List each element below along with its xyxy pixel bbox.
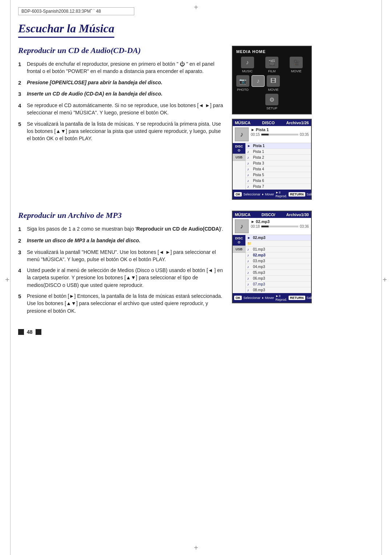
step-2-5: 5 Presione el botón [►] Entonces, la pan… bbox=[18, 292, 223, 315]
music-ui-2-playing: ♪ ► 02.mp3 00:18 03:36 bbox=[233, 218, 311, 235]
music-ui-1-body: DISC O USB ► Pista 1 ♪ Pista 1 bbox=[233, 143, 311, 190]
music-ui-2-footer: OK Seleccionar ♦ Mover ►II Reprod. RETUR… bbox=[233, 293, 311, 303]
usb-tab-1: USB bbox=[233, 154, 245, 161]
disc-tab-2: DISC O bbox=[233, 235, 245, 246]
step-2-2: 2 Inserte un disco de MP3 a la bandeja d… bbox=[18, 237, 223, 245]
music-duration-1: 03:35 bbox=[300, 133, 309, 137]
track-row-5: ♪ Pista 5 bbox=[246, 172, 311, 178]
crosshair-top: + bbox=[192, 4, 200, 11]
track-row-mp3-5: ♪ 05.mp3 bbox=[246, 270, 311, 276]
media-home-row2: 📷 PHOTO ♪ 🎞 MOVIE bbox=[236, 75, 307, 92]
section2: Reproducir un Archivo de MP3 1 Siga los … bbox=[18, 211, 374, 318]
music-ui-box-1: MÚSICA DISCO Archivo1/26 ♪ ► Pista 1 00:… bbox=[232, 119, 312, 200]
media-icon-film: 🎬 FILM bbox=[261, 57, 283, 73]
music-side-tabs-2: DISC O USB bbox=[233, 235, 246, 293]
music-progress-fill-2 bbox=[261, 226, 269, 227]
track-row-mp3-7: ♪ 07.mp3 bbox=[246, 281, 311, 287]
crosshair-right: + bbox=[381, 276, 388, 283]
music-thumb-1: ♪ bbox=[235, 127, 249, 141]
header-bar: BDP-6003-Spanish2008.12.83:3PM˜ ` 48 bbox=[18, 7, 134, 15]
step-2-1: 1 Siga los pasos de 1 a 2 como se muestr… bbox=[18, 225, 223, 233]
music-track-name-2: ► 02.mp3 bbox=[251, 219, 309, 224]
track-row-mp3-8: ♪ 08.mp3 bbox=[246, 287, 311, 293]
music-ui-1-header: MÚSICA DISCO Archivo1/26 bbox=[233, 119, 311, 126]
music-duration-2: 03:36 bbox=[300, 224, 309, 228]
section1-text: Reproducir un CD de Audio(CD-DA) 1 Despu… bbox=[18, 46, 223, 200]
page-title: Escuchar la Música bbox=[18, 22, 114, 38]
media-home-box: MEDIA HOME ♪ MUSIC 🎬 FILM 🎥 M bbox=[232, 46, 312, 114]
step-1-2: 2 Presione [OPEN/CLOSE] para abrir la ba… bbox=[18, 79, 223, 87]
step-1-5: 5 Se visualizará la pantalla de la lista… bbox=[18, 120, 223, 142]
step-1-3: 3 Inserte un CD de Audio (CD-DA) en la b… bbox=[18, 90, 223, 98]
section2-title: Reproducir un Archivo de MP3 bbox=[18, 211, 223, 220]
track-row-folder: 📁 bbox=[246, 241, 311, 247]
return-btn-1: RETURN bbox=[289, 192, 305, 197]
crosshair-bottom: + bbox=[192, 544, 200, 551]
section2-steps: 1 Siga los pasos de 1 a 2 como se muestr… bbox=[18, 225, 223, 315]
music-ui-1-footer: OK Seleccionar ♦ Mover ►II Reprod. RETUR… bbox=[233, 190, 311, 199]
disc-tab-1: DISC O bbox=[233, 143, 245, 154]
section2-images: MÚSICA DISCO/ Archivo1/30 ♪ ► 02.mp3 00:… bbox=[232, 211, 374, 318]
movie2-icon: 🎞 bbox=[267, 75, 280, 87]
media-home-title: MEDIA HOME bbox=[236, 49, 307, 54]
media-icon-movie: 🎥 MOVIE bbox=[285, 57, 307, 73]
track-row-6: ♪ Pista 6 bbox=[246, 178, 311, 184]
track-row-1: ♪ Pista 1 bbox=[246, 149, 311, 155]
music-progress-bar-1 bbox=[261, 134, 298, 135]
track-row-playing-1: ► Pista 1 bbox=[246, 143, 311, 149]
track-row-playing-2: ► 02.mp3 bbox=[246, 235, 311, 241]
media-icon-music: ♪ MUSIC bbox=[236, 57, 258, 73]
step-2-4: 4 Usted puede ir al menú de selección de… bbox=[18, 267, 223, 289]
ok-btn-2: OK bbox=[234, 296, 242, 300]
music-side-tabs-1: DISC O USB bbox=[233, 143, 246, 190]
music-ui-2-header: MÚSICA DISCO/ Archivo1/30 bbox=[233, 211, 311, 218]
return-btn-2: RETURN bbox=[289, 296, 305, 300]
section2-text: Reproducir un Archivo de MP3 1 Siga los … bbox=[18, 211, 223, 318]
music-progress-bar-2 bbox=[261, 226, 298, 227]
music-progress-2: 00:18 03:36 bbox=[251, 224, 309, 228]
track-row-mp3-2: ♪ 02.mp3 bbox=[246, 252, 311, 258]
music-header-left: MÚSICA bbox=[235, 121, 250, 125]
section1-steps: 1 Después de enchufar el reproductor, pr… bbox=[18, 60, 223, 142]
media-home-bottom: ⚙ SETUP bbox=[236, 94, 307, 110]
movie-icon: 🎥 bbox=[290, 57, 303, 68]
music2-header-right: Archivo1/30 bbox=[286, 212, 309, 217]
step-1-4: 4 Se reproduce el CD automáticamente. Si… bbox=[18, 102, 223, 117]
music-ui-box-2: MÚSICA DISCO/ Archivo1/30 ♪ ► 02.mp3 00:… bbox=[232, 211, 312, 303]
page-number-row: 48 bbox=[18, 329, 374, 335]
track-row-mp3-4: ♪ 04.mp3 bbox=[246, 264, 311, 270]
usb-tab-2: USB bbox=[233, 246, 245, 253]
track-row-mp3-6: ♪ 06.mp3 bbox=[246, 276, 311, 281]
media-home-icons: ♪ MUSIC 🎬 FILM 🎥 MOVIE bbox=[236, 57, 307, 73]
film-icon: 🎬 bbox=[265, 57, 278, 68]
media-icon-photo: 📷 PHOTO bbox=[236, 75, 249, 92]
music-progress-1: 00:15 03:35 bbox=[251, 133, 309, 137]
track-row-3: ♪ Pista 3 bbox=[246, 161, 311, 166]
music-progress-fill-1 bbox=[261, 134, 269, 135]
media-icon-movie2: 🎞 MOVIE bbox=[267, 75, 280, 92]
music-ui-1-playing: ♪ ► Pista 1 00:15 03:35 bbox=[233, 126, 311, 143]
section1-title: Reproducir un CD de Audio(CD-DA) bbox=[18, 46, 223, 55]
music-track-list-1: ► Pista 1 ♪ Pista 1 ♪ Pista 2 ♪ bbox=[246, 143, 311, 190]
track-row-4: ♪ Pista 4 bbox=[246, 166, 311, 172]
page-number-square-2 bbox=[36, 329, 41, 335]
page-number: 48 bbox=[27, 329, 33, 335]
track-row-mp3-3: ♪ 03.mp3 bbox=[246, 258, 311, 264]
play-icon-1: ► bbox=[247, 144, 252, 148]
music-time-2: 00:18 bbox=[251, 224, 260, 228]
music2-header-left: MÚSICA bbox=[235, 212, 250, 217]
music-header-right: Archivo1/26 bbox=[286, 121, 309, 125]
page-number-square bbox=[18, 329, 24, 335]
section1-images: MEDIA HOME ♪ MUSIC 🎬 FILM 🎥 M bbox=[232, 46, 374, 200]
photo-icon: 📷 bbox=[236, 75, 249, 87]
music-time-1: 00:15 bbox=[251, 133, 260, 137]
step-2-3: 3 Se visualizará la pantall "HOME MENU".… bbox=[18, 248, 223, 263]
music-header-mid: DISCO bbox=[262, 121, 275, 125]
music-track-list-2: ► 02.mp3 📁 ♪ 01.mp3 ♪ bbox=[246, 235, 311, 293]
track-row-2: ♪ Pista 2 bbox=[246, 155, 311, 161]
media-icon-selected: ♪ bbox=[252, 75, 265, 92]
music-track-name-1: ► Pista 1 bbox=[251, 127, 309, 132]
music2-header-mid: DISCO/ bbox=[261, 212, 275, 217]
setup-cell: ⚙ SETUP bbox=[265, 94, 278, 110]
header-ref: BDP-6003-Spanish2008.12.83:3PM˜ ` 48 bbox=[21, 9, 101, 14]
